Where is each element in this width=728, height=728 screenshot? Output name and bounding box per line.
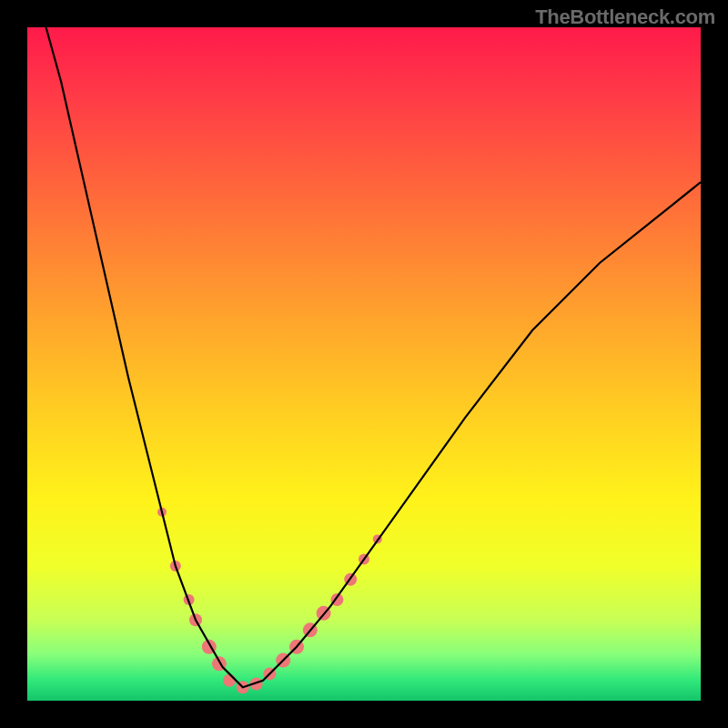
curve-layer <box>27 27 701 701</box>
markers-group <box>157 508 382 693</box>
data-marker <box>223 674 236 687</box>
plot-area <box>27 27 701 701</box>
bottleneck-curve <box>27 27 701 687</box>
chart-container: TheBottleneck.com <box>0 0 728 728</box>
watermark-label: TheBottleneck.com <box>535 5 715 29</box>
